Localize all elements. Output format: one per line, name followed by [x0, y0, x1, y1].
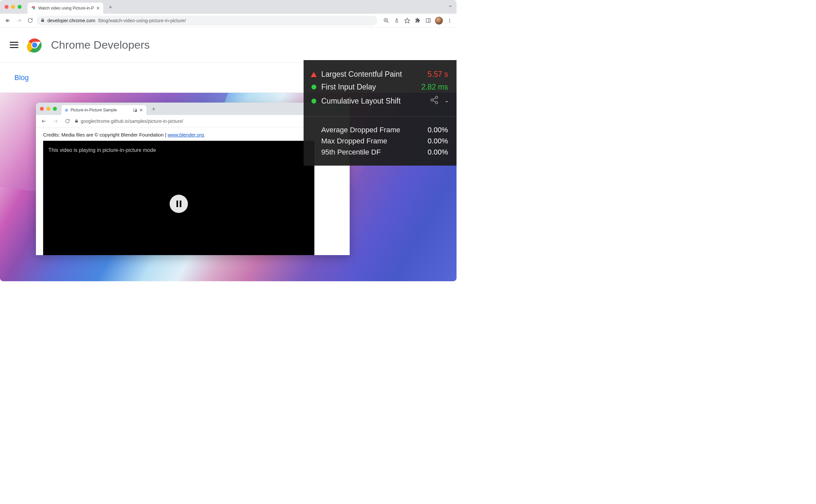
reload-button[interactable]: [25, 16, 35, 25]
metric-label: Largest Contentful Paint: [321, 70, 423, 79]
svg-point-21: [436, 96, 438, 98]
chrome-logo-icon: [27, 37, 42, 53]
warning-triangle-icon: [311, 72, 317, 77]
nested-back-button[interactable]: [39, 117, 48, 126]
credits-suffix: .: [204, 132, 205, 138]
tab-bar: Watch video using Picture-in-P ✕ ＋: [0, 0, 457, 14]
url-path: /blog/watch-video-using-picture-in-pictu…: [98, 18, 186, 23]
nested-tab-bar: ✻ Picture-in-Picture Sample ✕ ＋: [36, 103, 350, 115]
sidepanel-icon[interactable]: [425, 17, 432, 24]
svg-marker-10: [405, 18, 410, 23]
toolbar-icons: [383, 17, 453, 24]
credits-prefix: Credits: Media files are © copyright Ble…: [43, 132, 168, 138]
bookmark-star-icon[interactable]: [403, 17, 411, 24]
video-player[interactable]: This video is playing in picture-in-pict…: [43, 141, 314, 255]
metric-value: 0.00%: [428, 137, 448, 145]
gear-favicon-icon: ✻: [65, 108, 68, 113]
svg-line-7: [387, 21, 388, 23]
profile-avatar[interactable]: [435, 17, 443, 24]
nested-close-button[interactable]: [40, 107, 44, 111]
svg-point-23: [436, 102, 438, 104]
maximize-window-button[interactable]: [18, 5, 22, 9]
nested-new-tab-button[interactable]: ＋: [149, 104, 158, 113]
svg-point-15: [449, 22, 450, 23]
tab-overflow-button[interactable]: [448, 4, 453, 10]
nested-nav-bar: googlechrome.github.io/samples/picture-i…: [36, 115, 350, 127]
nested-tab-title: Picture-in-Picture Sample: [71, 108, 131, 112]
metric-avg-df: Average Dropped Frame 0.00%: [311, 124, 448, 136]
web-vitals-section: Largest Contentful Paint 5.57 s First In…: [303, 60, 457, 116]
window-controls: [5, 5, 22, 9]
nested-lock-icon: [74, 119, 78, 124]
metric-label: Average Dropped Frame: [311, 126, 423, 134]
browser-tab[interactable]: Watch video using Picture-in-P ✕: [27, 3, 103, 14]
metric-cls: Cumulative Layout Shift -: [311, 93, 448, 108]
share-icon[interactable]: [393, 17, 400, 24]
chrome-favicon-icon: [31, 5, 36, 11]
svg-line-24: [433, 98, 436, 100]
extensions-icon[interactable]: [414, 17, 421, 24]
tab-close-button[interactable]: ✕: [96, 6, 100, 11]
nested-browser-window: ✻ Picture-in-Picture Sample ✕ ＋ googlech…: [36, 103, 350, 255]
nested-url-text: googlechrome.github.io/samples/picture-i…: [81, 119, 183, 124]
nested-minimize-button[interactable]: [46, 107, 50, 111]
svg-line-25: [433, 101, 436, 102]
breadcrumb-blog-link[interactable]: Blog: [14, 73, 29, 82]
page-content: Chrome Developers Blog ✻ Picture-in-Pict…: [0, 27, 457, 281]
tab-title: Watch video using Picture-in-P: [38, 6, 94, 10]
metric-value: 0.00%: [428, 126, 448, 134]
metric-label: Max Dropped Frame: [311, 137, 423, 145]
metric-value: -: [444, 97, 448, 106]
metric-value: 0.00%: [428, 148, 448, 156]
pip-indicator-icon: [133, 109, 137, 112]
site-header: Chrome Developers: [0, 27, 457, 63]
browser-window: Watch video using Picture-in-P ✕ ＋ devel…: [0, 0, 457, 281]
lock-icon: [41, 18, 45, 23]
share-metric-icon[interactable]: [430, 95, 439, 106]
nested-reload-button[interactable]: [63, 117, 72, 126]
metric-p95-df: 95th Percentile DF 0.00%: [311, 147, 448, 158]
zoom-icon[interactable]: [383, 17, 390, 24]
minimize-window-button[interactable]: [11, 5, 15, 9]
metric-lcp: Largest Contentful Paint 5.57 s: [311, 68, 448, 81]
site-title: Chrome Developers: [51, 39, 150, 51]
nav-bar: developer.chrome.com/blog/watch-video-us…: [0, 14, 457, 27]
nested-tab[interactable]: ✻ Picture-in-Picture Sample ✕: [61, 105, 146, 115]
metric-value: 5.57 s: [428, 70, 448, 79]
url-host: developer.chrome.com: [47, 18, 95, 23]
svg-point-22: [431, 99, 433, 101]
blender-link[interactable]: www.blender.org: [168, 132, 204, 138]
close-window-button[interactable]: [5, 5, 8, 9]
nested-window-controls: [40, 107, 57, 111]
metrics-overlay: Largest Contentful Paint 5.57 s First In…: [303, 60, 457, 166]
video-caption: This video is playing in picture-in-pict…: [48, 147, 156, 153]
nested-forward-button[interactable]: [51, 117, 60, 126]
svg-point-14: [449, 20, 450, 21]
metric-fid: First Input Delay 2.82 ms: [311, 81, 448, 93]
metric-label: First Input Delay: [321, 83, 417, 91]
pause-icon: [176, 201, 181, 207]
nested-maximize-button[interactable]: [53, 107, 57, 111]
nested-page-content: Credits: Media files are © copyright Ble…: [36, 127, 350, 255]
ok-circle-icon: [311, 84, 317, 90]
pause-button[interactable]: [170, 195, 188, 213]
svg-rect-11: [426, 19, 431, 22]
metric-value: 2.82 ms: [421, 83, 448, 91]
back-button[interactable]: [3, 16, 12, 25]
metric-label: Cumulative Layout Shift: [321, 97, 425, 106]
credits-text: Credits: Media files are © copyright Ble…: [43, 132, 342, 138]
svg-point-18: [32, 42, 37, 48]
new-tab-button[interactable]: ＋: [106, 2, 115, 11]
forward-button[interactable]: [14, 16, 24, 25]
svg-point-13: [449, 19, 450, 20]
hamburger-menu-button[interactable]: [10, 42, 18, 48]
nested-tab-close-button[interactable]: ✕: [139, 107, 143, 113]
url-bar[interactable]: developer.chrome.com/blog/watch-video-us…: [37, 16, 377, 25]
dropped-frame-section: Average Dropped Frame 0.00% Max Dropped …: [303, 117, 457, 166]
menu-button[interactable]: [446, 17, 453, 24]
metric-max-df: Max Dropped Frame 0.00%: [311, 136, 448, 147]
metric-label: 95th Percentile DF: [311, 148, 423, 156]
ok-circle-icon: [311, 98, 317, 104]
